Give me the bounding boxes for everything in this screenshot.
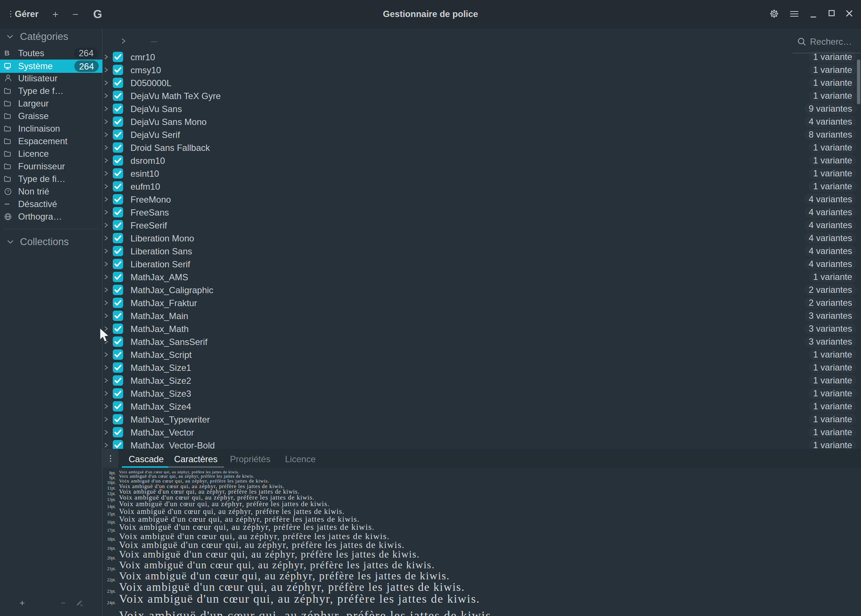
svg-text:?: ? — [7, 189, 9, 194]
